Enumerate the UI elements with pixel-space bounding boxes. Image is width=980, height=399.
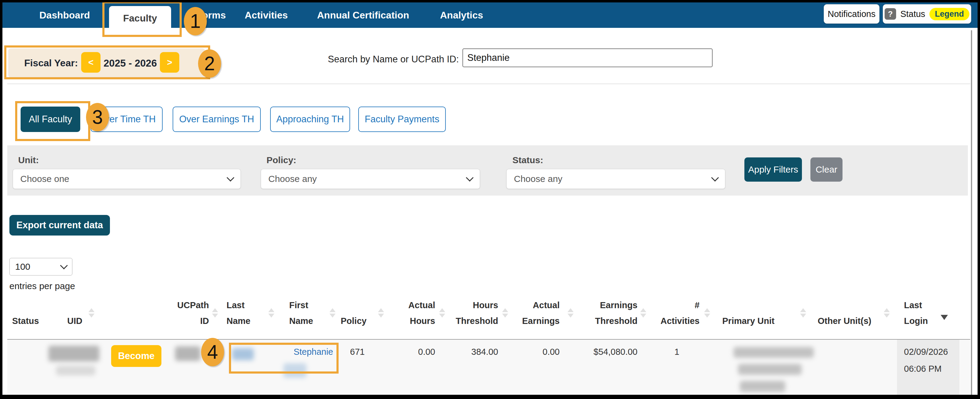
notifications-button[interactable]: Notifications bbox=[824, 4, 880, 24]
sort-icon[interactable] bbox=[88, 308, 94, 318]
apply-filters-button[interactable]: Apply Filters bbox=[745, 157, 802, 182]
column-header-actual-earnings[interactable]: Actual Earnings bbox=[509, 297, 560, 329]
sort-icon[interactable] bbox=[268, 308, 274, 318]
become-button[interactable]: Become bbox=[111, 345, 161, 367]
tab-faculty-payments[interactable]: Faculty Payments bbox=[358, 107, 446, 132]
primary-unit-redacted-line2 bbox=[738, 364, 802, 375]
tab-approaching-th[interactable]: Approaching TH bbox=[270, 107, 350, 132]
actual-hours-cell: 0.00 bbox=[394, 347, 435, 357]
sort-icon[interactable] bbox=[212, 308, 218, 318]
column-header-last-login[interactable]: Last Login bbox=[904, 297, 940, 329]
column-header-earnings-threshold[interactable]: Earnings Threshold bbox=[577, 297, 638, 329]
app-window: Dashboard Forms Activities Annual Certif… bbox=[0, 0, 980, 399]
column-header-primary-unit[interactable]: Primary Unit bbox=[722, 297, 789, 329]
sort-icon[interactable] bbox=[884, 308, 890, 318]
column-header-hours-threshold[interactable]: Hours Threshold bbox=[441, 297, 498, 329]
page-size-select[interactable]: 100 bbox=[10, 258, 72, 275]
sort-icon[interactable] bbox=[439, 308, 445, 318]
annotation-badge-3: 3 bbox=[86, 103, 109, 131]
earnings-threshold-cell: $54,080.00 bbox=[577, 347, 638, 357]
annotation-box-2 bbox=[4, 45, 210, 79]
status-label: Status bbox=[900, 9, 925, 19]
annotation-badge-4: 4 bbox=[201, 338, 224, 366]
column-header-status: Status bbox=[12, 297, 48, 329]
annotation-box-4 bbox=[229, 343, 339, 374]
unit-filter-label: Unit: bbox=[18, 155, 39, 165]
chevron-down-icon bbox=[226, 174, 234, 181]
clear-filters-button[interactable]: Clear bbox=[810, 157, 843, 182]
uid-redacted bbox=[48, 346, 99, 361]
annotation-badge-2: 2 bbox=[198, 49, 221, 78]
export-current-data-button[interactable]: Export current data bbox=[10, 215, 110, 235]
chevron-down-icon bbox=[60, 262, 68, 269]
column-header-num-activities[interactable]: # Activities bbox=[654, 297, 700, 329]
vertical-scrollbar[interactable] bbox=[971, 30, 972, 395]
column-header-last-name[interactable]: Last Name bbox=[226, 297, 264, 329]
policy-cell: 671 bbox=[341, 347, 374, 357]
annotation-badge-1: 1 bbox=[184, 7, 207, 35]
actual-earnings-cell: 0.00 bbox=[509, 347, 560, 357]
sort-icon[interactable] bbox=[568, 308, 574, 318]
chevron-down-icon bbox=[711, 174, 719, 181]
notifications-label: Notifications bbox=[828, 9, 875, 19]
primary-unit-redacted-line1 bbox=[733, 347, 814, 358]
column-header-first-name[interactable]: First Name bbox=[289, 297, 326, 329]
sort-icon[interactable] bbox=[378, 308, 384, 318]
search-input[interactable] bbox=[463, 48, 713, 67]
sort-icon[interactable] bbox=[800, 308, 806, 318]
last-login-date: 02/09/2026 bbox=[904, 347, 948, 357]
annotation-box-1 bbox=[102, 1, 182, 37]
column-header-policy[interactable]: Policy bbox=[341, 297, 374, 329]
status-filter-label: Status: bbox=[512, 155, 543, 165]
nav-item-activities[interactable]: Activities bbox=[245, 2, 288, 28]
primary-unit-redacted-line3 bbox=[740, 381, 785, 392]
policy-filter-label: Policy: bbox=[267, 155, 296, 165]
legend-badge: Legend bbox=[929, 8, 969, 20]
question-mark-icon: ? bbox=[885, 8, 896, 20]
column-header-uid[interactable]: UID bbox=[67, 297, 91, 329]
unit-filter-value: Choose one bbox=[20, 174, 69, 184]
status-legend-button[interactable]: ? Status Legend bbox=[883, 4, 971, 24]
column-header-actual-hours[interactable]: Actual Hours bbox=[394, 297, 435, 329]
policy-filter-select[interactable]: Choose any bbox=[261, 169, 480, 189]
sort-desc-icon[interactable] bbox=[941, 315, 948, 320]
policy-filter-value: Choose any bbox=[268, 174, 317, 184]
tab-over-earnings-th[interactable]: Over Earnings TH bbox=[173, 107, 261, 132]
nav-item-annual-certification[interactable]: Annual Certification bbox=[317, 2, 409, 28]
status-filter-value: Choose any bbox=[514, 174, 562, 184]
annotation-box-3 bbox=[15, 101, 90, 141]
column-header-other-units[interactable]: Other Unit(s) bbox=[818, 297, 884, 329]
frame-left bbox=[0, 0, 2, 399]
ucpath-id-redacted bbox=[175, 347, 200, 361]
frame-right bbox=[978, 0, 980, 399]
activities-count-cell: 1 bbox=[654, 347, 700, 357]
sort-icon[interactable] bbox=[640, 308, 646, 318]
section-divider bbox=[7, 84, 970, 84]
search-label: Search by Name or UCPath ID: bbox=[309, 54, 459, 65]
last-login-time: 06:06 PM bbox=[904, 364, 942, 374]
hours-threshold-cell: 384.00 bbox=[441, 347, 498, 357]
sort-icon[interactable] bbox=[329, 308, 336, 318]
nav-item-analytics[interactable]: Analytics bbox=[440, 2, 483, 28]
page-size-value: 100 bbox=[15, 262, 30, 272]
frame-bottom bbox=[0, 395, 980, 399]
uid-redacted-secondary bbox=[56, 366, 95, 375]
status-filter-select[interactable]: Choose any bbox=[506, 169, 725, 189]
sort-icon[interactable] bbox=[502, 308, 508, 318]
sort-icon[interactable] bbox=[704, 308, 710, 318]
column-header-ucpath-id[interactable]: UCPath ID bbox=[173, 297, 209, 329]
chevron-down-icon bbox=[466, 174, 473, 181]
entries-per-page-label: entries per page bbox=[10, 281, 75, 291]
nav-item-dashboard[interactable]: Dashboard bbox=[39, 2, 90, 28]
unit-filter-select[interactable]: Choose one bbox=[13, 169, 241, 189]
frame-top bbox=[0, 0, 980, 2]
